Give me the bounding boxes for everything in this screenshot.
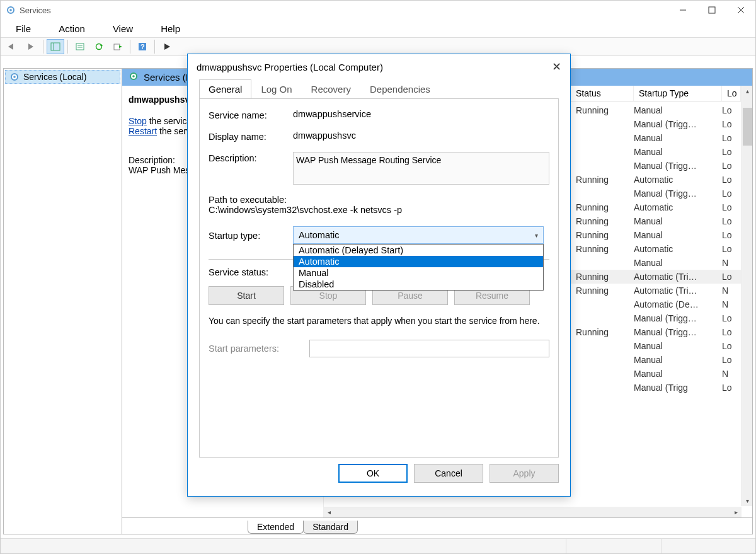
menu-file[interactable]: File — [3, 22, 43, 35]
table-row[interactable]: RunningAutomatic (Tri…Lo — [571, 270, 741, 284]
dialog-titlebar: dmwappushsvc Properties (Local Computer)… — [188, 54, 570, 79]
startup-option[interactable]: Manual — [294, 267, 543, 279]
cell-startup: Automatic (Tri… — [634, 272, 722, 282]
menu-action[interactable]: Action — [46, 22, 98, 35]
description-textarea[interactable]: WAP Push Message Routing Service — [293, 152, 549, 185]
col-status[interactable]: Status — [571, 86, 634, 101]
start-params-input[interactable] — [309, 340, 549, 357]
restart-link[interactable]: Restart — [129, 126, 157, 136]
tree-item-services-local[interactable]: Services (Local) — [5, 70, 120, 84]
cell-logon: N — [722, 369, 741, 379]
table-row[interactable]: RunningAutomaticLo — [571, 173, 741, 187]
startup-option[interactable]: Disabled — [294, 279, 543, 290]
cell-startup: Manual — [634, 147, 722, 157]
tab-dependencies[interactable]: Dependencies — [360, 79, 440, 99]
cell-logon: Lo — [722, 105, 741, 115]
gear-icon — [129, 71, 139, 83]
scroll-up-icon[interactable]: ▴ — [742, 86, 752, 96]
col-logon[interactable]: Lo — [722, 86, 741, 101]
cell-logon: Lo — [722, 383, 741, 393]
cell-status — [571, 383, 634, 393]
table-row[interactable]: ManualLo — [571, 145, 741, 159]
cell-logon: Lo — [722, 216, 741, 226]
table-row[interactable]: Manual (Trigg…Lo — [571, 159, 741, 173]
table-row[interactable]: RunningAutomaticLo — [571, 200, 741, 214]
cell-startup: Manual (Trigg… — [634, 119, 722, 129]
dialog-close-button[interactable]: ✕ — [552, 60, 561, 74]
table-row[interactable]: RunningManualLo — [571, 214, 741, 228]
startup-type-label: Startup type: — [209, 229, 293, 241]
cell-startup: Manual (Trigg — [634, 383, 722, 393]
col-startup-type[interactable]: Startup Type — [634, 86, 722, 101]
cell-startup: Manual — [634, 216, 722, 226]
tab-recovery[interactable]: Recovery — [302, 79, 360, 99]
separator-icon — [154, 40, 155, 54]
help-button[interactable]: ? — [134, 39, 151, 54]
cell-startup: Manual — [634, 230, 722, 240]
service-name-value: dmwappushservice — [293, 109, 549, 119]
table-row[interactable]: RunningManualLo — [571, 103, 741, 117]
tab-extended[interactable]: Extended — [248, 521, 304, 534]
tab-logon[interactable]: Log On — [251, 79, 301, 99]
cancel-button[interactable]: Cancel — [414, 464, 483, 483]
tab-standard[interactable]: Standard — [303, 521, 358, 534]
startup-option[interactable]: Automatic — [294, 256, 543, 267]
table-row[interactable]: ManualN — [571, 367, 741, 381]
table-row[interactable]: ManualLo — [571, 131, 741, 145]
refresh-button[interactable] — [90, 39, 108, 54]
table-row[interactable]: Manual (Trigg…Lo — [571, 117, 741, 131]
tab-general[interactable]: General — [199, 79, 251, 99]
maximize-button[interactable] — [697, 1, 726, 20]
start-service-button[interactable] — [158, 39, 176, 54]
scroll-right-icon[interactable]: ▸ — [731, 509, 742, 516]
table-row[interactable]: Manual (TriggLo — [571, 381, 741, 395]
vertical-scrollbar[interactable]: ▴ ▾ — [742, 86, 752, 506]
cell-status: Running — [571, 175, 634, 185]
list-header[interactable]: Status Startup Type Lo — [571, 86, 741, 101]
svg-point-23 — [132, 75, 135, 78]
cell-logon: Lo — [722, 119, 741, 129]
cell-status: Running — [571, 202, 634, 212]
cell-startup: Manual — [634, 258, 722, 268]
apply-button[interactable]: Apply — [490, 464, 559, 483]
display-name-value: dmwappushsvc — [293, 130, 549, 141]
table-row[interactable]: ManualN — [571, 256, 741, 270]
minimize-button[interactable] — [668, 1, 697, 20]
table-row[interactable]: ManualLo — [571, 339, 741, 353]
close-button[interactable] — [726, 1, 755, 20]
dialog-title: dmwappushsvc Properties (Local Computer) — [197, 62, 383, 72]
svg-point-13 — [96, 44, 102, 50]
cell-status — [571, 161, 634, 171]
properties-button[interactable] — [71, 39, 89, 54]
horizontal-scrollbar[interactable]: ◂ ▸ — [324, 507, 742, 517]
cell-logon: Lo — [722, 133, 741, 143]
separator-icon — [43, 40, 43, 54]
export-button[interactable] — [109, 39, 127, 54]
table-row[interactable]: Automatic (De…N — [571, 297, 741, 311]
start-button[interactable]: Start — [209, 286, 284, 305]
startup-type-dropdown[interactable]: Automatic ▾ Automatic (Delayed Start)Aut… — [293, 226, 544, 244]
back-button[interactable] — [3, 39, 21, 54]
menu-help[interactable]: Help — [148, 22, 193, 35]
cell-logon: N — [722, 258, 741, 268]
scroll-thumb[interactable] — [743, 108, 752, 146]
table-row[interactable]: Manual (Trigg…Lo — [571, 311, 741, 325]
scroll-down-icon[interactable]: ▾ — [742, 495, 752, 506]
startup-option[interactable]: Automatic (Delayed Start) — [294, 245, 543, 256]
start-params-hint: You can specify the start parameters tha… — [209, 315, 549, 327]
startup-options-list[interactable]: Automatic (Delayed Start)AutomaticManual… — [293, 244, 544, 291]
menu-view[interactable]: View — [100, 22, 146, 35]
table-row[interactable]: Manual (Trigg…Lo — [571, 187, 741, 200]
stop-link[interactable]: Stop — [129, 116, 147, 126]
cell-status: Running — [571, 286, 634, 296]
cell-status — [571, 188, 634, 199]
table-row[interactable]: RunningAutomaticLo — [571, 242, 741, 256]
table-row[interactable]: ManualLo — [571, 353, 741, 367]
table-row[interactable]: RunningManualLo — [571, 228, 741, 242]
forward-button[interactable] — [22, 39, 40, 54]
scroll-left-icon[interactable]: ◂ — [324, 509, 335, 516]
ok-button[interactable]: OK — [338, 464, 408, 483]
show-tree-button[interactable] — [47, 39, 64, 54]
table-row[interactable]: RunningAutomatic (Tri…N — [571, 284, 741, 297]
table-row[interactable]: RunningManual (Trigg…Lo — [571, 325, 741, 339]
